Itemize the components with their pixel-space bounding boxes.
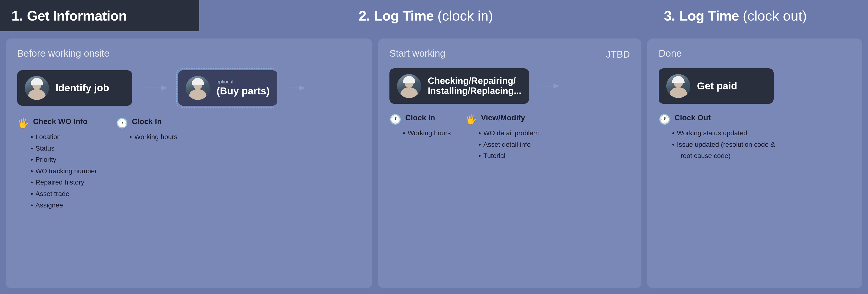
- step2-header: 2. Log Time (clock in): [199, 0, 652, 31]
- card-buy-parts-text: optional (Buy parts): [217, 79, 270, 97]
- card-buy-parts: optional (Buy parts): [178, 70, 277, 106]
- view-modify-icon: 🖐️: [465, 114, 477, 125]
- clock-out-list: Working status updated Issue updated (re…: [659, 127, 775, 161]
- svg-marker-3: [300, 85, 306, 90]
- step3-title-normal: (clock out): [743, 8, 807, 24]
- info-check-wo-header: 🖐️ Check WO Info: [17, 117, 97, 129]
- list-item: WO detail problem: [478, 127, 539, 139]
- avatar-checking: [397, 74, 421, 98]
- list-item: Repaired history: [31, 177, 97, 188]
- list-item: Asset trade: [31, 188, 97, 199]
- avatar-get-paid: [666, 74, 690, 98]
- middle-top-row: Start working JTBD: [390, 48, 630, 61]
- info-clock-out-header: 🕐 Clock Out: [659, 113, 775, 125]
- panel-right-label: Done: [659, 48, 851, 59]
- card-identify-title: Identify job: [56, 82, 109, 94]
- clock-in-middle-title: Clock In: [405, 113, 435, 122]
- list-item: Location: [31, 131, 97, 143]
- card-get-paid-title: Get paid: [697, 80, 737, 91]
- info-clock-in-middle-header: 🕐 Clock In: [390, 113, 451, 125]
- clock-out-icon: 🕐: [659, 114, 671, 125]
- panel-left-label: Before working onsite: [17, 48, 361, 59]
- card-checking-repairing: Checking/Repairing/Installing/Replacing.…: [390, 68, 529, 104]
- list-item: Assignee: [31, 199, 97, 211]
- card-identify-job: Identify job: [17, 70, 132, 106]
- view-modify-title: View/Modify: [481, 113, 525, 122]
- card-checking-title: Checking/Repairing/Installing/Replacing.…: [428, 76, 521, 96]
- card-buy-parts-label: optional: [217, 79, 270, 85]
- step3-header: 3. Log Time (clock out): [652, 0, 868, 31]
- card-get-paid: Get paid: [659, 68, 774, 104]
- card-buy-parts-title: (Buy parts): [217, 85, 270, 97]
- main-content: Before working onsite Identify job: [0, 31, 868, 294]
- info-clock-in-left-header: 🕐 Clock In: [116, 117, 178, 129]
- list-item: WO tracking number: [31, 166, 97, 177]
- info-clock-in-left: 🕐 Clock In Working hours: [116, 117, 178, 211]
- step2-number: 2.: [359, 8, 370, 24]
- clock-in-middle-list: Working hours: [390, 127, 451, 139]
- header-bar: 1. Get Information 2. Log Time (clock in…: [0, 0, 868, 31]
- avatar-identify: [25, 76, 49, 100]
- panel-middle-jtbd: JTBD: [606, 49, 630, 60]
- helmet-get-paid: [672, 76, 685, 83]
- arrow-middle-1: [537, 81, 561, 91]
- check-wo-title: Check WO Info: [33, 117, 88, 126]
- info-view-modify: 🖐️ View/Modify WO detail problem Asset d…: [465, 113, 539, 161]
- right-info-row: 🕐 Clock Out Working status updated Issue…: [659, 111, 851, 161]
- avatar-buy-parts: [186, 76, 210, 100]
- left-cards-row: Identify job: [17, 68, 361, 108]
- left-info-row: 🖐️ Check WO Info Location Status Priorit…: [17, 115, 361, 211]
- info-clock-in-middle: 🕐 Clock In Working hours: [390, 113, 451, 161]
- list-item: Asset detail info: [478, 139, 539, 150]
- panel-log-time-out: Done Get paid 🕐: [647, 38, 862, 288]
- step1-label: Get Information: [27, 8, 127, 24]
- arrow-left-2: [287, 83, 306, 93]
- avatar-img-checking: [397, 74, 421, 98]
- list-item: Priority: [31, 154, 97, 166]
- page-wrapper: 1. Get Information 2. Log Time (clock in…: [0, 0, 868, 294]
- check-wo-icon: 🖐️: [17, 118, 29, 129]
- clock-out-title: Clock Out: [675, 113, 711, 122]
- clock-in-left-title: Clock In: [132, 117, 162, 126]
- step3-number: 3.: [664, 8, 675, 24]
- info-check-wo: 🖐️ Check WO Info Location Status Priorit…: [17, 117, 97, 211]
- check-wo-list: Location Status Priority WO tracking num…: [17, 131, 97, 211]
- middle-info-row: 🕐 Clock In Working hours 🖐️ View/Modify …: [390, 111, 630, 161]
- avatar-img-get-paid: [666, 74, 690, 98]
- step1-header: 1. Get Information: [0, 0, 199, 31]
- svg-marker-5: [554, 84, 560, 88]
- middle-cards-row: Checking/Repairing/Installing/Replacing.…: [390, 68, 630, 104]
- card-buy-parts-wrapper: optional (Buy parts): [176, 68, 279, 108]
- panel-get-information: Before working onsite Identify job: [6, 38, 372, 288]
- arrow-left-1: [140, 83, 168, 93]
- info-clock-out: 🕐 Clock Out Working status updated Issue…: [659, 113, 775, 161]
- list-item: Working hours: [403, 127, 451, 139]
- list-item: Tutorial: [478, 150, 539, 161]
- clock-in-left-list: Working hours: [116, 131, 178, 143]
- right-cards-row: Get paid: [659, 68, 851, 104]
- clock-in-left-icon: 🕐: [116, 118, 128, 129]
- step1-title: 1.: [11, 8, 23, 24]
- info-view-modify-header: 🖐️ View/Modify: [465, 113, 539, 125]
- panel-log-time-in: Start working JTBD Checking/Repairing/In…: [378, 38, 642, 288]
- helmet-buy-parts: [192, 78, 204, 85]
- step2-title-normal: (clock in): [438, 8, 493, 24]
- helmet-checking: [403, 76, 415, 83]
- avatar-img-buy-parts: [186, 76, 210, 100]
- view-modify-list: WO detail problem Asset detail info Tuto…: [465, 127, 539, 161]
- helmet-identify: [31, 78, 43, 85]
- list-item: Issue updated (resolution code & root ca…: [672, 139, 775, 161]
- step2-title-bold: Log Time: [374, 8, 434, 24]
- clock-in-middle-icon: 🕐: [390, 114, 401, 125]
- list-item: Working status updated: [672, 127, 775, 139]
- step3-title-bold: Log Time: [679, 8, 739, 24]
- svg-marker-1: [161, 85, 167, 90]
- avatar-img-identify: [25, 76, 49, 100]
- panel-middle-label: Start working: [390, 48, 445, 59]
- list-item: Working hours: [130, 131, 178, 143]
- list-item: Status: [31, 143, 97, 154]
